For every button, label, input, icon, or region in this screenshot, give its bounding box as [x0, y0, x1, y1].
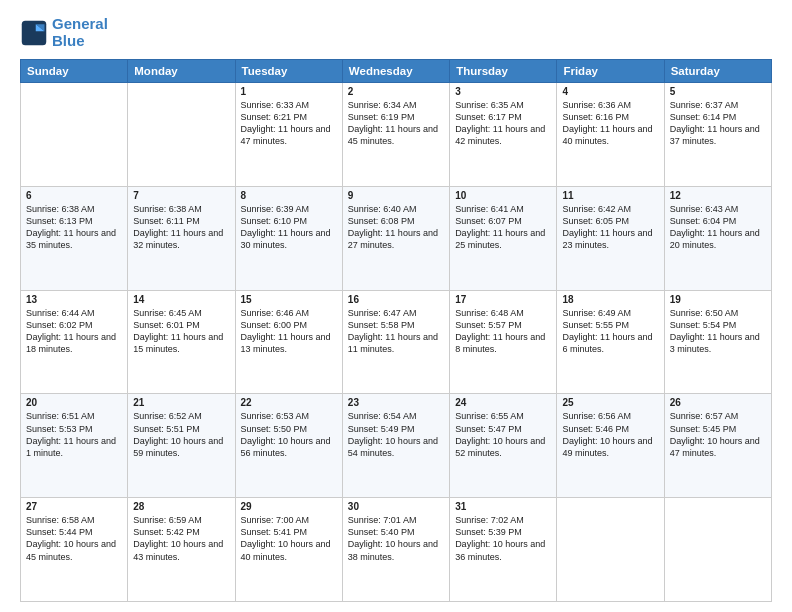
calendar-cell: 6Sunrise: 6:38 AMSunset: 6:13 PMDaylight…: [21, 186, 128, 290]
day-info-line: Sunset: 5:42 PM: [133, 526, 229, 538]
day-info-line: Sunset: 5:39 PM: [455, 526, 551, 538]
day-info-line: Daylight: 11 hours and 42 minutes.: [455, 123, 551, 147]
day-info-line: Sunrise: 6:55 AM: [455, 410, 551, 422]
day-info-line: Sunrise: 6:44 AM: [26, 307, 122, 319]
day-info-line: Sunset: 6:21 PM: [241, 111, 337, 123]
day-info-line: Sunset: 6:11 PM: [133, 215, 229, 227]
day-info-line: Sunset: 5:50 PM: [241, 423, 337, 435]
day-number: 21: [133, 397, 229, 408]
weekday-header-row: SundayMondayTuesdayWednesdayThursdayFrid…: [21, 60, 772, 83]
calendar-week-4: 20Sunrise: 6:51 AMSunset: 5:53 PMDayligh…: [21, 394, 772, 498]
day-info-line: Daylight: 11 hours and 25 minutes.: [455, 227, 551, 251]
calendar-cell: 7Sunrise: 6:38 AMSunset: 6:11 PMDaylight…: [128, 186, 235, 290]
day-number: 22: [241, 397, 337, 408]
day-number: 17: [455, 294, 551, 305]
weekday-header-monday: Monday: [128, 60, 235, 83]
day-info-line: Daylight: 10 hours and 47 minutes.: [670, 435, 766, 459]
day-number: 27: [26, 501, 122, 512]
day-info-line: Sunrise: 6:43 AM: [670, 203, 766, 215]
day-info-line: Sunset: 5:40 PM: [348, 526, 444, 538]
day-number: 5: [670, 86, 766, 97]
calendar-cell: 18Sunrise: 6:49 AMSunset: 5:55 PMDayligh…: [557, 290, 664, 394]
day-number: 24: [455, 397, 551, 408]
day-info-line: Sunrise: 6:35 AM: [455, 99, 551, 111]
day-info-line: Sunrise: 6:36 AM: [562, 99, 658, 111]
day-info-line: Sunrise: 6:34 AM: [348, 99, 444, 111]
day-info-line: Sunset: 5:49 PM: [348, 423, 444, 435]
day-number: 29: [241, 501, 337, 512]
calendar-cell: 14Sunrise: 6:45 AMSunset: 6:01 PMDayligh…: [128, 290, 235, 394]
day-info-line: Sunrise: 6:37 AM: [670, 99, 766, 111]
calendar-week-2: 6Sunrise: 6:38 AMSunset: 6:13 PMDaylight…: [21, 186, 772, 290]
calendar-table: SundayMondayTuesdayWednesdayThursdayFrid…: [20, 59, 772, 602]
day-info-line: Sunset: 5:54 PM: [670, 319, 766, 331]
logo: General Blue: [20, 16, 108, 49]
day-info-line: Daylight: 11 hours and 40 minutes.: [562, 123, 658, 147]
calendar-cell: 11Sunrise: 6:42 AMSunset: 6:05 PMDayligh…: [557, 186, 664, 290]
day-info-line: Sunset: 6:04 PM: [670, 215, 766, 227]
calendar-cell: 22Sunrise: 6:53 AMSunset: 5:50 PMDayligh…: [235, 394, 342, 498]
day-info-line: Sunrise: 6:51 AM: [26, 410, 122, 422]
calendar-cell: 17Sunrise: 6:48 AMSunset: 5:57 PMDayligh…: [450, 290, 557, 394]
day-number: 1: [241, 86, 337, 97]
calendar-cell: 8Sunrise: 6:39 AMSunset: 6:10 PMDaylight…: [235, 186, 342, 290]
calendar-cell: 25Sunrise: 6:56 AMSunset: 5:46 PMDayligh…: [557, 394, 664, 498]
weekday-header-tuesday: Tuesday: [235, 60, 342, 83]
day-info-line: Sunset: 5:57 PM: [455, 319, 551, 331]
day-info-line: Sunset: 6:02 PM: [26, 319, 122, 331]
day-info-line: Daylight: 10 hours and 56 minutes.: [241, 435, 337, 459]
day-info-line: Sunrise: 6:39 AM: [241, 203, 337, 215]
day-info-line: Daylight: 10 hours and 40 minutes.: [241, 538, 337, 562]
day-info-line: Daylight: 11 hours and 1 minute.: [26, 435, 122, 459]
day-info-line: Sunset: 5:51 PM: [133, 423, 229, 435]
day-info-line: Sunset: 6:16 PM: [562, 111, 658, 123]
calendar-cell: 5Sunrise: 6:37 AMSunset: 6:14 PMDaylight…: [664, 83, 771, 187]
calendar-cell: 19Sunrise: 6:50 AMSunset: 5:54 PMDayligh…: [664, 290, 771, 394]
calendar-cell: 16Sunrise: 6:47 AMSunset: 5:58 PMDayligh…: [342, 290, 449, 394]
day-info-line: Sunrise: 7:01 AM: [348, 514, 444, 526]
day-info-line: Daylight: 11 hours and 6 minutes.: [562, 331, 658, 355]
day-info-line: Daylight: 10 hours and 36 minutes.: [455, 538, 551, 562]
day-info-line: Sunset: 6:07 PM: [455, 215, 551, 227]
day-info-line: Daylight: 11 hours and 32 minutes.: [133, 227, 229, 251]
calendar-cell: 12Sunrise: 6:43 AMSunset: 6:04 PMDayligh…: [664, 186, 771, 290]
day-info-line: Daylight: 11 hours and 15 minutes.: [133, 331, 229, 355]
header: General Blue: [20, 16, 772, 49]
weekday-header-wednesday: Wednesday: [342, 60, 449, 83]
day-info-line: Daylight: 10 hours and 49 minutes.: [562, 435, 658, 459]
day-info-line: Sunset: 5:41 PM: [241, 526, 337, 538]
day-info-line: Sunrise: 6:38 AM: [133, 203, 229, 215]
day-info-line: Sunset: 5:53 PM: [26, 423, 122, 435]
day-number: 28: [133, 501, 229, 512]
calendar-cell: 10Sunrise: 6:41 AMSunset: 6:07 PMDayligh…: [450, 186, 557, 290]
weekday-header-sunday: Sunday: [21, 60, 128, 83]
day-info-line: Daylight: 11 hours and 23 minutes.: [562, 227, 658, 251]
day-info-line: Daylight: 10 hours and 43 minutes.: [133, 538, 229, 562]
day-number: 6: [26, 190, 122, 201]
day-info-line: Daylight: 11 hours and 45 minutes.: [348, 123, 444, 147]
day-info-line: Daylight: 11 hours and 30 minutes.: [241, 227, 337, 251]
day-number: 9: [348, 190, 444, 201]
calendar-cell: 2Sunrise: 6:34 AMSunset: 6:19 PMDaylight…: [342, 83, 449, 187]
weekday-header-friday: Friday: [557, 60, 664, 83]
calendar-week-1: 1Sunrise: 6:33 AMSunset: 6:21 PMDaylight…: [21, 83, 772, 187]
day-number: 26: [670, 397, 766, 408]
page: General Blue SundayMondayTuesdayWednesda…: [0, 0, 792, 612]
day-info-line: Sunset: 6:13 PM: [26, 215, 122, 227]
day-info-line: Daylight: 11 hours and 13 minutes.: [241, 331, 337, 355]
day-info-line: Sunrise: 6:58 AM: [26, 514, 122, 526]
day-info-line: Daylight: 11 hours and 18 minutes.: [26, 331, 122, 355]
day-number: 12: [670, 190, 766, 201]
calendar-cell: 13Sunrise: 6:44 AMSunset: 6:02 PMDayligh…: [21, 290, 128, 394]
day-number: 31: [455, 501, 551, 512]
calendar-week-3: 13Sunrise: 6:44 AMSunset: 6:02 PMDayligh…: [21, 290, 772, 394]
calendar-cell: 15Sunrise: 6:46 AMSunset: 6:00 PMDayligh…: [235, 290, 342, 394]
day-info-line: Sunrise: 6:47 AM: [348, 307, 444, 319]
day-info-line: Sunset: 6:00 PM: [241, 319, 337, 331]
day-info-line: Daylight: 11 hours and 20 minutes.: [670, 227, 766, 251]
day-info-line: Sunrise: 6:45 AM: [133, 307, 229, 319]
calendar-cell: 31Sunrise: 7:02 AMSunset: 5:39 PMDayligh…: [450, 498, 557, 602]
calendar-cell: 21Sunrise: 6:52 AMSunset: 5:51 PMDayligh…: [128, 394, 235, 498]
calendar-cell: [128, 83, 235, 187]
calendar-cell: 30Sunrise: 7:01 AMSunset: 5:40 PMDayligh…: [342, 498, 449, 602]
